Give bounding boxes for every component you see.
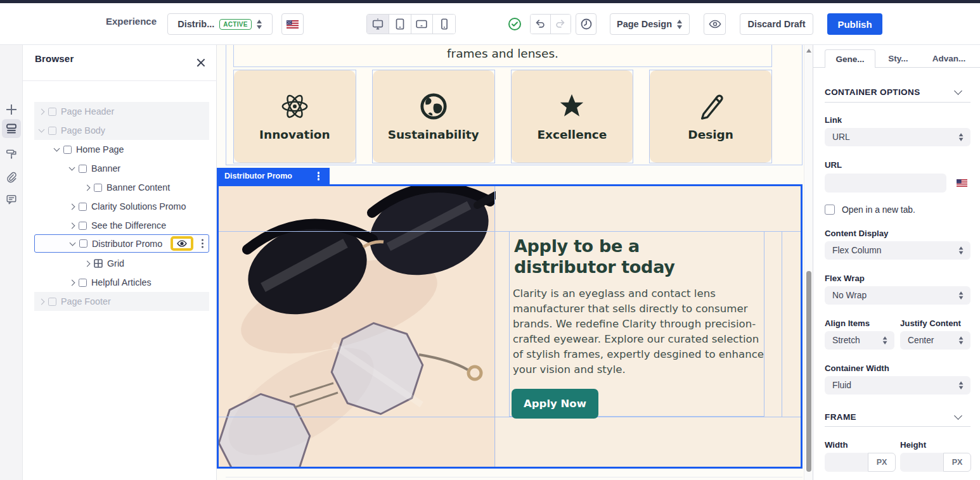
scrollbar-thumb[interactable]: [806, 271, 811, 472]
page-design-select[interactable]: Page Design: [610, 13, 690, 35]
theme-paint-button[interactable]: [2, 145, 21, 164]
container-width-select[interactable]: Fluid: [825, 376, 970, 395]
tree-item-page-body[interactable]: Page Body: [34, 121, 209, 140]
chevron-right-icon[interactable]: [84, 260, 91, 267]
frame-width-input[interactable]: [825, 453, 868, 472]
device-tablet-button[interactable]: [389, 15, 411, 34]
open-new-tab-checkbox[interactable]: [825, 205, 835, 215]
content-display-value: Flex Column: [832, 246, 881, 255]
url-input[interactable]: [825, 174, 946, 193]
justify-content-label: Justify Content: [900, 319, 961, 328]
selected-component-tab[interactable]: Distributor Promo: [217, 168, 330, 184]
device-desktop-button[interactable]: [367, 15, 389, 34]
link-type-select[interactable]: URL: [825, 128, 970, 146]
visibility-eye-button-highlighted[interactable]: [171, 236, 193, 251]
browser-tree-button[interactable]: [2, 119, 21, 138]
tab-general[interactable]: Gene...: [825, 49, 875, 68]
checkbox[interactable]: [79, 203, 87, 211]
tree-item-banner[interactable]: Banner: [34, 159, 209, 178]
tablet-landscape-icon: [415, 17, 429, 31]
checkbox[interactable]: [63, 146, 72, 154]
flex-wrap-select[interactable]: No Wrap: [825, 286, 970, 305]
chevron-down-icon[interactable]: [54, 146, 60, 152]
url-label: URL: [825, 160, 842, 170]
undo-redo-group: [530, 14, 571, 34]
publish-button[interactable]: Publish: [827, 13, 882, 35]
apply-now-button[interactable]: Apply Now: [512, 389, 598, 419]
flex-wrap-value: No Wrap: [832, 291, 867, 300]
tab-style[interactable]: Sty...: [880, 49, 916, 68]
checkbox[interactable]: [79, 279, 87, 287]
checkbox[interactable]: [48, 108, 56, 116]
scroll-up-arrow-icon[interactable]: [806, 49, 811, 53]
tree-item-distributor-promo[interactable]: Distributor Promo: [34, 234, 209, 253]
chevron-down-icon[interactable]: [70, 239, 76, 246]
discard-draft-button[interactable]: Discard Draft: [740, 13, 813, 35]
card-innovation[interactable]: Innovation: [233, 70, 356, 163]
content-display-select[interactable]: Flex Column: [825, 241, 970, 260]
chevron-right-icon[interactable]: [69, 279, 75, 286]
undo-button[interactable]: [531, 15, 551, 34]
checkbox[interactable]: [79, 239, 87, 248]
checkbox[interactable]: [79, 222, 87, 230]
us-flag-icon: [287, 20, 299, 28]
chevron-down-icon[interactable]: [69, 165, 75, 171]
collapse-chevron-icon[interactable]: [954, 87, 962, 95]
intro-text-container[interactable]: frames and lenses.: [233, 45, 772, 67]
tree-item-page-header[interactable]: Page Header: [34, 102, 209, 121]
history-button[interactable]: [576, 13, 596, 35]
tool-rail: [0, 45, 23, 480]
experience-label: Experience: [106, 16, 157, 27]
justify-content-select[interactable]: Center: [900, 331, 970, 350]
tree-item-see-the-difference[interactable]: See the Difference: [34, 216, 209, 235]
comment-icon: [6, 194, 17, 205]
language-flag-button[interactable]: [281, 13, 304, 35]
kebab-menu-icon[interactable]: [202, 243, 203, 244]
close-icon[interactable]: [195, 57, 207, 68]
align-items-select[interactable]: Stretch: [825, 331, 894, 350]
device-tablet-landscape-button[interactable]: [411, 15, 434, 34]
chevron-right-icon[interactable]: [39, 108, 45, 115]
tree-item-clarity-solutions-promo[interactable]: Clarity Solutions Promo: [34, 197, 209, 216]
chevron-right-icon[interactable]: [39, 298, 45, 305]
experience-select[interactable]: Distrib... ACTIVE: [167, 13, 273, 35]
tree-item-home-page[interactable]: Home Page: [34, 140, 209, 159]
checkbox[interactable]: [79, 165, 87, 173]
saved-status-icon: [508, 17, 522, 34]
tree-item-page-footer[interactable]: Page Footer: [34, 292, 209, 311]
add-component-button[interactable]: [2, 100, 21, 119]
comments-button[interactable]: [2, 190, 21, 209]
checkbox[interactable]: [48, 298, 56, 306]
card-design[interactable]: Design: [649, 70, 772, 163]
tree-item-banner-content[interactable]: Banner Content: [34, 178, 209, 197]
undo-icon: [534, 18, 546, 30]
see-the-difference-section[interactable]: frames and lenses. Innovation: [226, 45, 803, 165]
preview-button[interactable]: [704, 13, 726, 35]
atom-icon: [280, 92, 309, 121]
flex-wrap-label: Flex Wrap: [825, 274, 865, 283]
card-sustainability[interactable]: Sustainability: [372, 70, 495, 163]
kebab-menu-icon[interactable]: [318, 175, 319, 177]
chevron-right-icon[interactable]: [69, 203, 75, 210]
checkbox[interactable]: [48, 127, 56, 135]
chevron-right-icon[interactable]: [69, 222, 75, 229]
redo-button[interactable]: [551, 15, 571, 34]
chevron-down-icon[interactable]: [39, 127, 45, 133]
attachments-button[interactable]: [2, 168, 21, 187]
tree-item-label: Home Page: [76, 144, 124, 155]
tree-item-grid[interactable]: Grid: [34, 254, 209, 273]
canvas-scrollbar[interactable]: [804, 45, 813, 480]
device-phone-button[interactable]: [433, 15, 455, 34]
frame-height-input[interactable]: [900, 453, 943, 472]
card-excellence[interactable]: Excellence: [511, 70, 634, 163]
chevron-right-icon[interactable]: [84, 184, 91, 191]
distributor-promo-section[interactable]: Apply to be a distributor today Clarity …: [217, 184, 803, 469]
tab-label: Advan...: [932, 54, 966, 63]
layout-guide-line: [494, 186, 495, 467]
tab-advanced[interactable]: Advan...: [926, 49, 972, 68]
tree-item-helpful-articles[interactable]: Helpful Articles: [34, 273, 209, 292]
card-label: Design: [688, 128, 733, 141]
checkbox[interactable]: [94, 184, 102, 192]
collapse-chevron-icon[interactable]: [954, 412, 962, 420]
card-label: Innovation: [259, 128, 330, 141]
